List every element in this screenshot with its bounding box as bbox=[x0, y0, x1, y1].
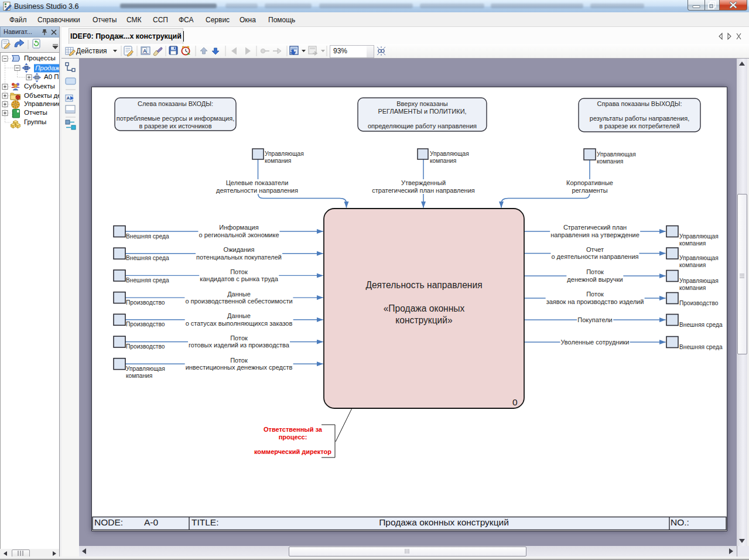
svg-text:A: A bbox=[143, 48, 147, 54]
svg-text:Действия: Действия bbox=[76, 47, 107, 55]
svg-text:A: A bbox=[67, 95, 70, 101]
